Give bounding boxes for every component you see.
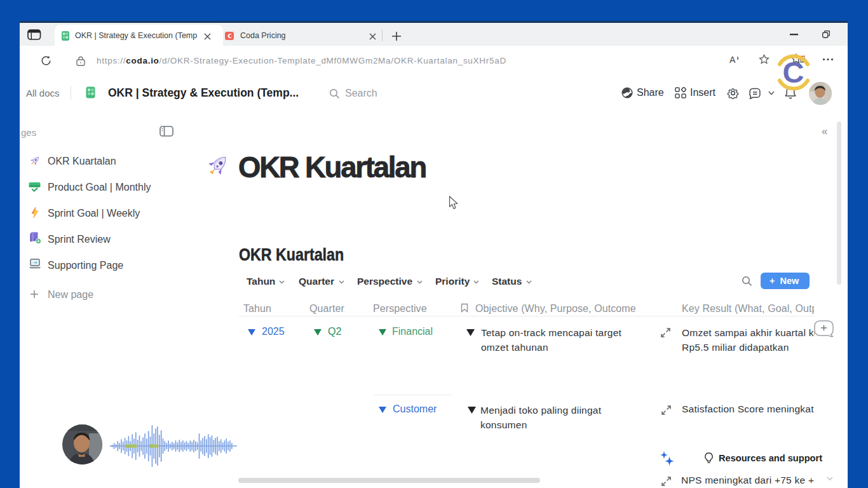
- svg-text:C: C: [783, 55, 804, 89]
- svg-text:A: A: [729, 55, 736, 65]
